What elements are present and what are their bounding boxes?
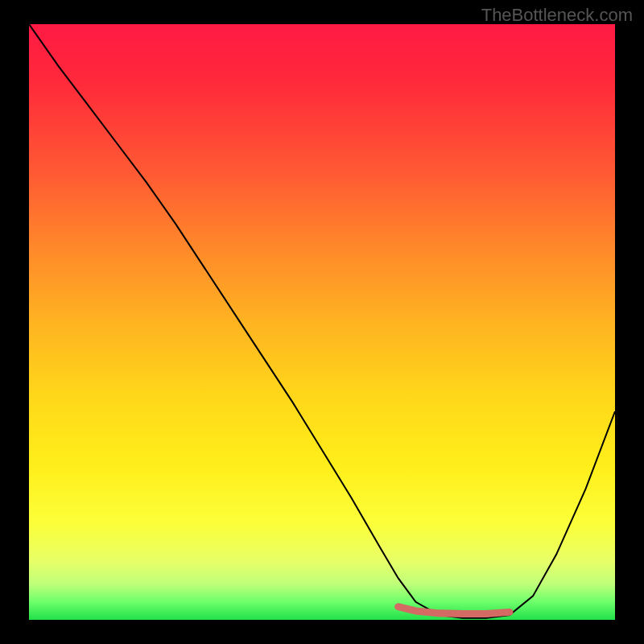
- main-curve: [29, 24, 615, 618]
- chart-svg: [29, 24, 615, 620]
- plot-area: [29, 24, 615, 620]
- highlight-band: [398, 607, 510, 614]
- watermark-text: TheBottleneck.com: [481, 5, 633, 26]
